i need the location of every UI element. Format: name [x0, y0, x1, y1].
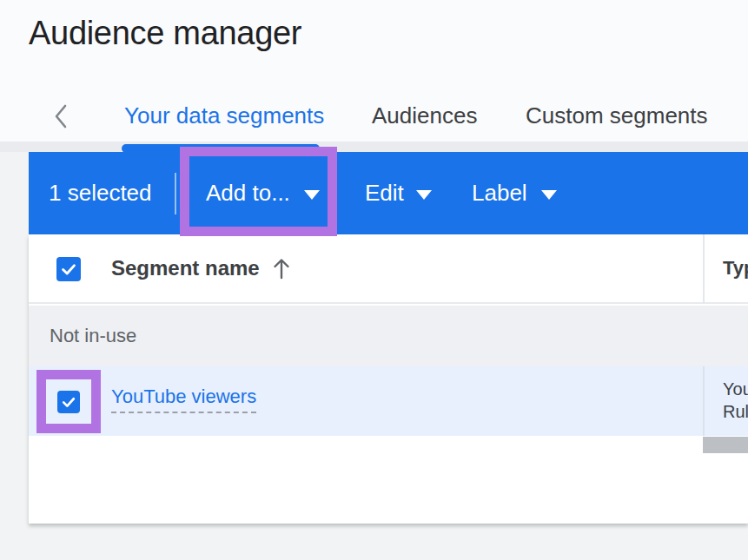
sort-ascending-icon: [270, 256, 293, 280]
segment-name-column-label: Segment name: [111, 256, 260, 280]
section-label: Not in-use: [50, 306, 136, 366]
selection-action-bar: 1 selected Add to... Edit Label: [29, 152, 748, 234]
dropdown-caret-icon: [541, 190, 557, 200]
selection-count-label: 1 selected: [49, 152, 152, 234]
table-header-row: Segment name Type: [29, 234, 748, 304]
action-bar-divider: [175, 173, 176, 214]
column-header-type: Type: [723, 234, 748, 302]
tab-audiences[interactable]: Audiences: [372, 99, 477, 132]
row-type-line2: Rule: [723, 400, 748, 423]
add-to-button[interactable]: Add to...: [206, 152, 320, 234]
chevron-left-icon: [51, 102, 70, 130]
table-row-youtube-viewers[interactable]: YouTube viewers YouT Rule: [29, 366, 748, 436]
label-button[interactable]: Label: [472, 152, 557, 234]
row-type-line1: YouT: [723, 378, 748, 400]
label-button-label: Label: [472, 180, 527, 207]
tabs-scroll-left-button[interactable]: [49, 101, 73, 132]
tab-strip-divider-band: [0, 142, 748, 152]
column-divider: [703, 234, 705, 304]
edit-button-label: Edit: [365, 180, 404, 207]
select-all-checkbox[interactable]: [56, 257, 81, 281]
tab-your-data-segments[interactable]: Your data segments: [124, 99, 324, 132]
horizontal-scrollbar-thumb[interactable]: [703, 437, 748, 453]
dropdown-caret-icon: [304, 190, 320, 200]
page-title: Audience manager: [29, 14, 301, 52]
checkmark-icon: [59, 260, 78, 279]
checkmark-icon: [60, 393, 77, 411]
row-checkbox[interactable]: [57, 391, 80, 413]
segments-table-card: Segment name Type Not in-use YouTube vie…: [29, 234, 748, 524]
column-divider: [703, 366, 705, 436]
tab-custom-segments[interactable]: Custom segments: [526, 99, 708, 132]
edit-button[interactable]: Edit: [365, 152, 432, 234]
column-header-segment-name[interactable]: Segment name: [111, 234, 293, 302]
add-to-button-label: Add to...: [206, 180, 290, 207]
segment-name-link[interactable]: YouTube viewers: [111, 385, 256, 413]
dropdown-caret-icon: [416, 190, 432, 200]
top-section: Audience manager Your data segments Audi…: [0, 0, 748, 142]
row-type-cell: YouT Rule: [723, 378, 748, 423]
section-band-not-in-use: Not in-use: [29, 306, 748, 366]
